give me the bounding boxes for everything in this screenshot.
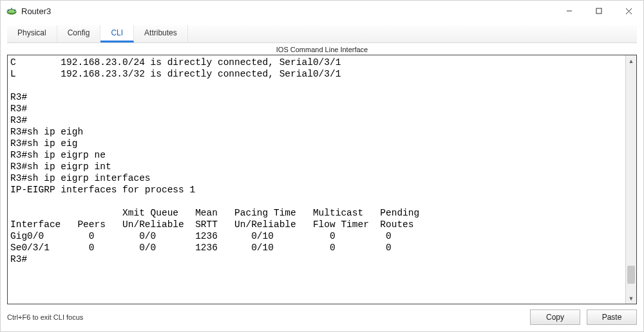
scroll-thumb[interactable] (627, 266, 635, 284)
tab-bar: Physical Config CLI Attributes (7, 25, 637, 43)
footer-bar: Ctrl+F6 to exit CLI focus Copy Paste (7, 304, 637, 325)
scroll-down-arrow[interactable]: ▼ (626, 293, 636, 304)
window-controls (554, 1, 643, 21)
scroll-track[interactable] (626, 66, 636, 293)
copy-button[interactable]: Copy (530, 309, 580, 325)
close-button[interactable] (614, 1, 643, 21)
vertical-scrollbar[interactable]: ▲ ▼ (625, 55, 636, 304)
tab-config[interactable]: Config (57, 25, 101, 42)
cli-terminal[interactable]: C 192.168.23.0/24 is directly connected,… (8, 55, 625, 304)
titlebar: Router3 (1, 1, 643, 21)
window-title: Router3 (21, 6, 51, 16)
svg-point-1 (7, 9, 16, 13)
router-icon (6, 5, 17, 17)
tab-attributes[interactable]: Attributes (134, 25, 188, 42)
tab-cli[interactable]: CLI (100, 25, 134, 42)
maximize-button[interactable] (584, 1, 614, 21)
terminal-container: C 192.168.23.0/24 is directly connected,… (7, 55, 637, 304)
app-window: Router3 Physical Config CLI Attributes I… (0, 0, 644, 332)
content-frame: Physical Config CLI Attributes IOS Comma… (1, 21, 643, 331)
scroll-up-arrow[interactable]: ▲ (626, 55, 636, 66)
tab-physical[interactable]: Physical (7, 25, 57, 42)
svg-rect-3 (596, 8, 601, 14)
focus-hint: Ctrl+F6 to exit CLI focus (7, 313, 83, 321)
minimize-button[interactable] (554, 1, 584, 21)
cli-header-label: IOS Command Line Interface (7, 43, 637, 55)
paste-button[interactable]: Paste (587, 309, 637, 325)
